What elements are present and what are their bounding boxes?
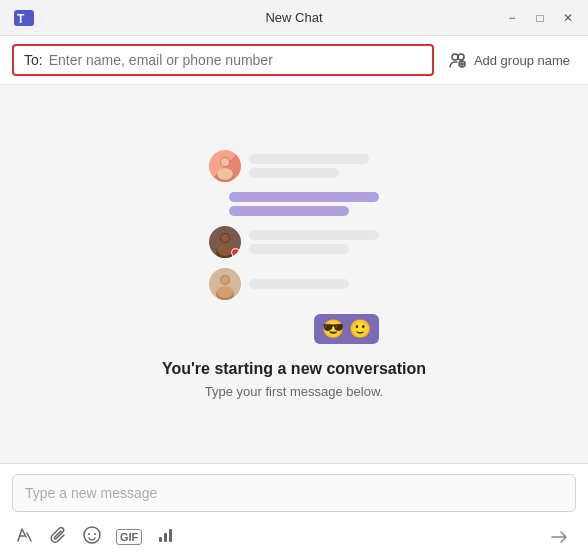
svg-point-18 <box>217 286 233 298</box>
svg-point-21 <box>94 533 96 535</box>
close-button[interactable]: ✕ <box>560 11 576 25</box>
illus-row-4 <box>209 268 349 300</box>
message-toolbar: GIF <box>12 520 576 554</box>
minimize-button[interactable]: − <box>504 11 520 25</box>
avatar-1 <box>209 150 241 182</box>
teams-logo-icon: T <box>12 6 36 30</box>
emoji-icon[interactable] <box>82 525 102 550</box>
conversation-heading: You're starting a new conversation <box>162 360 426 378</box>
svg-rect-24 <box>169 529 172 542</box>
svg-point-2 <box>452 54 458 60</box>
format-icon[interactable] <box>14 525 34 550</box>
avatar-2 <box>209 226 241 258</box>
illus-row-1 <box>209 150 369 182</box>
svg-point-9 <box>221 158 229 166</box>
svg-rect-22 <box>159 537 162 542</box>
title-bar: T New Chat − □ ✕ <box>0 0 588 36</box>
conversation-subtext: Type your first message below. <box>205 384 383 399</box>
add-group-label: Add group name <box>474 53 570 68</box>
illus-row-3 <box>209 226 379 258</box>
send-button[interactable] <box>544 522 574 552</box>
svg-point-10 <box>217 168 233 180</box>
bubble-group-2 <box>229 192 379 216</box>
gif-icon[interactable]: GIF <box>116 529 142 545</box>
message-area: Type a new message GIF <box>0 463 588 560</box>
to-label: To: <box>24 52 43 68</box>
stats-icon[interactable] <box>156 525 176 550</box>
svg-point-20 <box>88 533 90 535</box>
svg-point-17 <box>221 276 229 284</box>
bubble-group-1 <box>249 154 369 178</box>
illus-row-2 <box>229 192 379 216</box>
attach-icon[interactable] <box>48 525 68 550</box>
message-input-placeholder[interactable]: Type a new message <box>12 474 576 512</box>
to-row: To: Add group name <box>0 36 588 85</box>
window-controls: − □ ✕ <box>504 11 576 25</box>
avatar-3 <box>209 268 241 300</box>
window-title: New Chat <box>265 10 322 25</box>
to-input-wrapper[interactable]: To: <box>12 44 434 76</box>
add-group-button[interactable]: Add group name <box>442 46 576 74</box>
chat-illustration: 😎 🙂 <box>209 150 379 344</box>
maximize-button[interactable]: □ <box>532 11 548 25</box>
recipient-input[interactable] <box>49 52 422 68</box>
svg-rect-23 <box>164 533 167 542</box>
illustration-area: 😎 🙂 You're starting a new conversation T… <box>0 85 588 463</box>
svg-point-13 <box>221 234 229 242</box>
emoji-box: 😎 🙂 <box>314 314 379 344</box>
add-group-icon <box>448 50 468 70</box>
svg-point-3 <box>458 54 464 60</box>
svg-text:T: T <box>17 12 25 26</box>
bubble-group-3 <box>249 230 379 254</box>
bubble-group-4 <box>249 279 349 289</box>
